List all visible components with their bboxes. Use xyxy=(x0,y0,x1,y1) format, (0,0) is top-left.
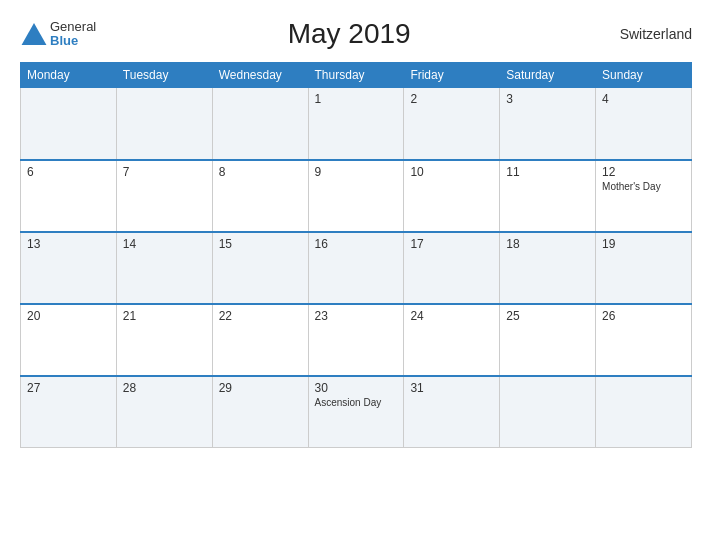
day-number: 2 xyxy=(410,92,493,106)
day-number: 31 xyxy=(410,381,493,395)
day-cell: 17 xyxy=(404,232,500,304)
week-row: 20 21 22 23 24 25 26 xyxy=(21,304,692,376)
day-number: 21 xyxy=(123,309,206,323)
day-cell: 25 xyxy=(500,304,596,376)
day-cell: 24 xyxy=(404,304,500,376)
day-number: 30 xyxy=(315,381,398,395)
event-label: Ascension Day xyxy=(315,397,398,408)
day-number: 9 xyxy=(315,165,398,179)
day-cell: 29 xyxy=(212,376,308,448)
day-cell xyxy=(596,376,692,448)
day-cell: 6 xyxy=(21,160,117,232)
day-number: 7 xyxy=(123,165,206,179)
day-cell: 15 xyxy=(212,232,308,304)
weekday-wednesday: Wednesday xyxy=(212,63,308,88)
weekday-row: Monday Tuesday Wednesday Thursday Friday… xyxy=(21,63,692,88)
day-cell: 31 xyxy=(404,376,500,448)
week-row: 1 2 3 4 xyxy=(21,88,692,160)
day-cell: 23 xyxy=(308,304,404,376)
weekday-tuesday: Tuesday xyxy=(116,63,212,88)
day-cell: 14 xyxy=(116,232,212,304)
day-cell: 21 xyxy=(116,304,212,376)
weekday-saturday: Saturday xyxy=(500,63,596,88)
calendar-body: 1 2 3 4 6 7 8 9 10 11 12 Mother's Day 13 xyxy=(21,88,692,448)
day-cell: 30 Ascension Day xyxy=(308,376,404,448)
day-cell: 13 xyxy=(21,232,117,304)
day-number: 26 xyxy=(602,309,685,323)
day-cell: 19 xyxy=(596,232,692,304)
day-cell: 28 xyxy=(116,376,212,448)
logo-icon xyxy=(20,20,48,48)
week-row: 6 7 8 9 10 11 12 Mother's Day xyxy=(21,160,692,232)
day-cell: 27 xyxy=(21,376,117,448)
logo-text: General Blue xyxy=(50,20,96,49)
day-number: 27 xyxy=(27,381,110,395)
day-cell: 1 xyxy=(308,88,404,160)
day-cell: 8 xyxy=(212,160,308,232)
day-cell: 22 xyxy=(212,304,308,376)
day-number: 24 xyxy=(410,309,493,323)
day-number: 4 xyxy=(602,92,685,106)
event-label: Mother's Day xyxy=(602,181,685,192)
day-number: 19 xyxy=(602,237,685,251)
day-cell xyxy=(212,88,308,160)
weekday-sunday: Sunday xyxy=(596,63,692,88)
week-row: 27 28 29 30 Ascension Day 31 xyxy=(21,376,692,448)
day-number: 20 xyxy=(27,309,110,323)
day-cell: 18 xyxy=(500,232,596,304)
day-cell: 9 xyxy=(308,160,404,232)
day-cell: 26 xyxy=(596,304,692,376)
day-cell: 12 Mother's Day xyxy=(596,160,692,232)
day-number: 23 xyxy=(315,309,398,323)
day-number: 18 xyxy=(506,237,589,251)
day-cell xyxy=(500,376,596,448)
day-number: 6 xyxy=(27,165,110,179)
day-number: 15 xyxy=(219,237,302,251)
day-cell: 16 xyxy=(308,232,404,304)
day-number: 22 xyxy=(219,309,302,323)
day-cell: 10 xyxy=(404,160,500,232)
day-cell: 20 xyxy=(21,304,117,376)
day-number: 17 xyxy=(410,237,493,251)
day-number: 28 xyxy=(123,381,206,395)
logo-general: General xyxy=(50,20,96,34)
calendar-header: Monday Tuesday Wednesday Thursday Friday… xyxy=(21,63,692,88)
day-number: 10 xyxy=(410,165,493,179)
day-number: 14 xyxy=(123,237,206,251)
day-number: 13 xyxy=(27,237,110,251)
day-number: 25 xyxy=(506,309,589,323)
day-number: 12 xyxy=(602,165,685,179)
day-cell xyxy=(116,88,212,160)
weekday-thursday: Thursday xyxy=(308,63,404,88)
month-title: May 2019 xyxy=(96,18,602,50)
header: General Blue May 2019 Switzerland xyxy=(20,18,692,50)
day-cell: 3 xyxy=(500,88,596,160)
weekday-monday: Monday xyxy=(21,63,117,88)
logo: General Blue xyxy=(20,20,96,49)
day-number: 11 xyxy=(506,165,589,179)
day-cell: 4 xyxy=(596,88,692,160)
weekday-friday: Friday xyxy=(404,63,500,88)
day-number: 3 xyxy=(506,92,589,106)
week-row: 13 14 15 16 17 18 19 xyxy=(21,232,692,304)
day-number: 8 xyxy=(219,165,302,179)
day-cell: 11 xyxy=(500,160,596,232)
svg-marker-0 xyxy=(22,23,47,45)
day-number: 29 xyxy=(219,381,302,395)
day-number: 16 xyxy=(315,237,398,251)
logo-blue: Blue xyxy=(50,34,96,48)
page: General Blue May 2019 Switzerland Monday… xyxy=(0,0,712,550)
day-number: 1 xyxy=(315,92,398,106)
day-cell xyxy=(21,88,117,160)
country: Switzerland xyxy=(602,26,692,42)
day-cell: 7 xyxy=(116,160,212,232)
calendar: Monday Tuesday Wednesday Thursday Friday… xyxy=(20,62,692,448)
day-cell: 2 xyxy=(404,88,500,160)
